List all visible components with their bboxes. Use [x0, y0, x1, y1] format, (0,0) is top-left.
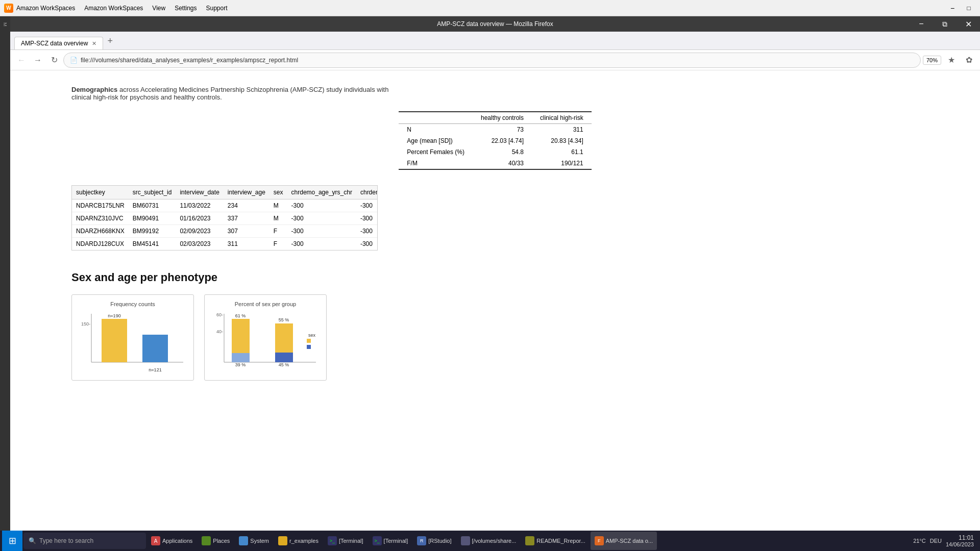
menu-support[interactable]: Support: [202, 4, 232, 13]
demo-chr-females: 61.1: [532, 146, 592, 158]
rstudio-icon: R: [417, 536, 426, 545]
cell-date-3: 02/09/2023: [176, 225, 223, 238]
taskbar-app-terminal1[interactable]: >_ [Terminal]: [324, 532, 368, 550]
col-chrdemo-chr: chrdemo_age_yrs_chr: [287, 186, 356, 199]
new-tab-btn[interactable]: +: [103, 33, 117, 49]
url-bar[interactable]: 📄 file:///volumes/shared/data_analyses_e…: [63, 53, 921, 68]
cell-date-2: 01/16/2023: [176, 212, 223, 225]
taskbar-app-applications[interactable]: A Applications: [147, 532, 197, 550]
taskbar-apps: A Applications Places System r_examples …: [147, 532, 912, 550]
demo-hc-n: 73: [473, 124, 532, 136]
taskbar: ⊞ 🔍 Type here to search A Applications P…: [0, 531, 980, 551]
data-row-4: NDARDJ128CUX BM45141 02/03/2023 311 F -3…: [72, 238, 378, 251]
page-content: Demographics across Accelerating Medicin…: [10, 70, 980, 531]
taskbar-app-readme[interactable]: README_Rrepor...: [521, 532, 589, 550]
menu-settings[interactable]: Settings: [170, 4, 201, 13]
pocket-btn[interactable]: ✿: [962, 53, 976, 67]
tab-close-btn[interactable]: ✕: [92, 40, 96, 47]
clock-date: 14/06/2023: [946, 541, 974, 547]
demo-label-n: N: [399, 124, 473, 136]
svg-text:sex: sex: [308, 333, 316, 338]
reload-btn[interactable]: ↻: [47, 53, 61, 67]
workspace-side-panel: M: [0, 16, 10, 531]
tab-active[interactable]: AMP-SCZ data overview ✕: [14, 37, 103, 49]
demo-hc-age: 22.03 [4.74]: [473, 135, 532, 146]
menu-view[interactable]: View: [148, 4, 169, 13]
firefox-window: AMP-SCZ data overview — Mozilla Firefox …: [10, 16, 980, 531]
app-label-terminal2: [Terminal]: [384, 538, 408, 544]
app-label-rstudio: [RStudio]: [428, 538, 451, 544]
menu-amazon-workspaces[interactable]: Amazon WorkSpaces: [80, 4, 147, 13]
taskbar-app-rstudio[interactable]: R [RStudio]: [413, 532, 455, 550]
cell-src-1: BM60731: [129, 199, 176, 212]
app-label-readme: README_Rrepor...: [536, 538, 585, 544]
cell-chrchr-2: -300: [287, 212, 356, 225]
workspace-logo-icon: W: [4, 4, 13, 13]
terminal2-icon: >_: [373, 536, 382, 545]
maximize-workspace-btn[interactable]: □: [962, 3, 976, 14]
clock-time: 11:01: [946, 534, 974, 541]
app-label-places: Places: [213, 538, 230, 544]
taskbar-clock: 11:01 14/06/2023: [946, 534, 974, 547]
svg-rect-3: [102, 319, 127, 362]
svg-text:n=190: n=190: [108, 313, 120, 318]
taskbar-app-rexamples[interactable]: r_examples: [274, 532, 323, 550]
taskbar-app-places[interactable]: Places: [198, 532, 234, 550]
cell-age-2: 337: [224, 212, 270, 225]
taskbar-app-ampscz[interactable]: F AMP-SCZ data o...: [591, 532, 657, 550]
cell-sex-3: F: [270, 225, 287, 238]
demo-hc-fm: 40/33: [473, 158, 532, 169]
cell-subjectkey-4: NDARDJ128CUX: [72, 238, 129, 251]
bookmark-btn[interactable]: ★: [944, 53, 959, 67]
app-title: Amazon WorkSpaces: [16, 5, 75, 12]
chart2-svg: 60- 40- 61 % 39 % 55 % 45 % sex: [209, 311, 321, 372]
col-subjectkey: subjectkey: [72, 186, 129, 199]
cell-sex-2: M: [270, 212, 287, 225]
demo-label-fm: F/M: [399, 158, 473, 169]
cell-chrhc-4: -300: [356, 238, 378, 251]
firefox-close-btn[interactable]: ✕: [957, 16, 980, 32]
firefox-maximize-btn[interactable]: ⧉: [933, 16, 957, 32]
chart2-title: Percent of sex per group: [209, 301, 322, 307]
demo-hc-females: 54.8: [473, 146, 532, 158]
taskbar-app-terminal2[interactable]: >_ [Terminal]: [369, 532, 412, 550]
chart1-svg: 150- n=190 n=121: [76, 311, 188, 372]
svg-rect-5: [142, 335, 168, 362]
forward-btn[interactable]: →: [31, 53, 45, 67]
svg-text:61 %: 61 %: [235, 313, 246, 318]
volumes-icon: [461, 536, 470, 545]
col-interview-age: interview_age: [224, 186, 270, 199]
svg-text:60-: 60-: [216, 312, 223, 317]
section-title: Sex and age per phenotype: [71, 271, 919, 284]
app-label-volumes: [/volumes/share...: [472, 538, 517, 544]
svg-rect-21: [307, 345, 311, 349]
system-icon: [239, 536, 248, 545]
firefox-minimize-btn[interactable]: −: [910, 16, 933, 32]
cell-src-4: BM45141: [129, 238, 176, 251]
tab-title: AMP-SCZ data overview: [21, 40, 88, 47]
cell-src-2: BM90491: [129, 212, 176, 225]
taskbar-app-system[interactable]: System: [235, 532, 273, 550]
back-btn[interactable]: ←: [14, 53, 29, 67]
start-button[interactable]: ⊞: [2, 531, 22, 551]
col-sex: sex: [270, 186, 287, 199]
taskbar-search[interactable]: 🔍 Type here to search: [23, 533, 146, 549]
demo-header-chr: clinical high-risk: [532, 112, 592, 124]
data-table: subjectkey src_subject_id interview_date…: [72, 186, 378, 250]
nav-bar: ← → ↻ 📄 file:///volumes/shared/data_anal…: [10, 50, 980, 70]
cell-chrhc-1: -300: [356, 199, 378, 212]
demographics-table-wrap: healthy controls clinical high-risk N 73…: [71, 111, 919, 170]
demo-chr-fm: 190/121: [532, 158, 592, 169]
taskbar-app-volumes[interactable]: [/volumes/share...: [457, 532, 521, 550]
demo-label-age: Age (mean [SD]): [399, 135, 473, 146]
nav-right-controls: 70% ★ ✿: [923, 53, 976, 67]
app-logo: W Amazon WorkSpaces: [4, 4, 75, 13]
minimize-workspace-btn[interactable]: −: [945, 3, 960, 14]
side-panel-label: M: [3, 22, 8, 27]
svg-text:39 %: 39 %: [235, 362, 246, 367]
demo-row-fm: F/M 40/33 190/121: [399, 158, 591, 169]
app-label-rexamples: r_examples: [289, 538, 318, 544]
zoom-badge[interactable]: 70%: [923, 56, 941, 65]
charts-row: Frequency counts 150- n=190 n=121: [71, 294, 919, 381]
chart1-title: Frequency counts: [76, 301, 189, 307]
